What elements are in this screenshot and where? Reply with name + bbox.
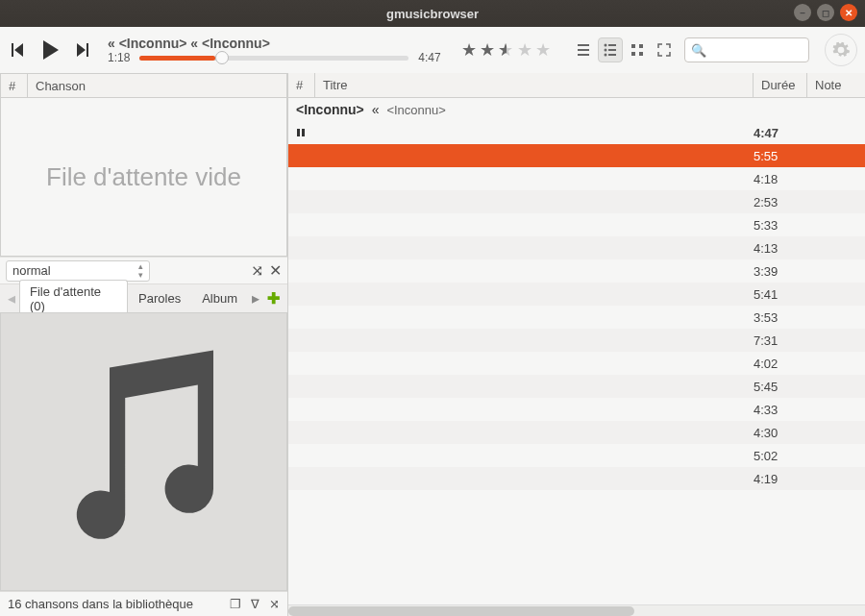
tabs-prev-icon[interactable]: ◂ (4, 289, 19, 308)
track-status-icon (296, 128, 317, 137)
track-duration: 5:41 (754, 287, 807, 302)
group-sep: « (372, 102, 380, 117)
track-row[interactable]: 4:19 (288, 467, 865, 490)
queue-mode-select[interactable]: normal ▴▾ (6, 260, 150, 282)
svg-rect-3 (631, 44, 635, 48)
main-area: # Chanson File d'attente vide normal ▴▾ … (0, 73, 865, 616)
group-header: <Inconnu> « <Inconnu> (288, 98, 865, 121)
view-fullscreen-icon[interactable] (652, 37, 677, 62)
album-art (0, 312, 287, 591)
search-box[interactable]: 🔍 ✕ (684, 37, 809, 62)
close-queue-icon[interactable]: ✕ (269, 261, 282, 280)
tracklist: 4:475:554:182:535:334:133:395:413:537:31… (288, 121, 865, 604)
queue-empty: File d'attente vide (0, 98, 287, 257)
svg-point-2 (605, 54, 607, 57)
view-grid-icon[interactable] (625, 37, 650, 62)
svg-rect-4 (639, 44, 643, 48)
svg-rect-6 (639, 52, 643, 56)
close-button[interactable]: ✕ (840, 4, 857, 21)
svg-rect-7 (297, 129, 300, 136)
layers-icon[interactable]: ❐ (230, 597, 241, 611)
music-note-icon (58, 349, 231, 554)
toolbar: « <Inconnu> « <Inconnu> 1:18 4:47 ★★★★★★… (0, 27, 865, 73)
track-row[interactable]: 4:47 (288, 121, 865, 144)
track-row[interactable]: 5:02 (288, 444, 865, 467)
seek-slider[interactable] (139, 56, 408, 61)
track-duration: 2:53 (754, 195, 807, 209)
track-row[interactable]: 3:53 (288, 306, 865, 329)
track-duration: 5:45 (754, 380, 807, 394)
track-row[interactable]: 5:45 (288, 375, 865, 398)
track-duration: 5:33 (754, 218, 807, 233)
track-row[interactable]: 7:31 (288, 329, 865, 352)
view-switcher (571, 37, 677, 62)
queue-header-num[interactable]: # (1, 74, 28, 97)
horizontal-scrollbar[interactable] (288, 604, 865, 616)
track-row[interactable]: 4:30 (288, 421, 865, 444)
col-title[interactable]: Titre (315, 73, 754, 97)
track-duration: 7:31 (754, 333, 807, 348)
filter-icon[interactable]: ∇ (251, 597, 260, 611)
group-album: <Inconnu> (386, 103, 445, 117)
search-icon: 🔍 (691, 43, 706, 58)
tab-lyrics[interactable]: Paroles (128, 286, 191, 310)
play-button[interactable] (37, 37, 63, 63)
next-button[interactable] (71, 39, 92, 61)
view-list-icon[interactable] (598, 37, 623, 62)
queue-header: # Chanson (0, 73, 287, 98)
status-bar: 16 chansons dans la bibliothèque ❐ ∇ ⤨ (0, 591, 287, 616)
window-title: gmusicbrowser (386, 7, 479, 21)
svg-rect-8 (302, 129, 305, 136)
track-row[interactable]: 4:13 (288, 236, 865, 259)
minimize-button[interactable]: – (794, 4, 811, 21)
track-duration: 4:33 (754, 403, 807, 417)
track-row[interactable]: 4:33 (288, 398, 865, 421)
track-duration: 3:39 (754, 264, 807, 279)
track-row[interactable]: 5:33 (288, 213, 865, 236)
elapsed-time: 1:18 (108, 51, 130, 64)
total-time: 4:47 (418, 51, 440, 64)
left-panel: # Chanson File d'attente vide normal ▴▾ … (0, 73, 288, 616)
shuffle2-icon[interactable]: ⤨ (269, 597, 280, 611)
right-panel: # Titre Durée Note <Inconnu> « <Inconnu>… (288, 73, 865, 616)
tracklist-header: # Titre Durée Note (288, 73, 865, 98)
track-row[interactable]: 4:18 (288, 167, 865, 190)
track-duration: 3:53 (754, 310, 807, 325)
tab-album[interactable]: Album (191, 286, 248, 310)
col-num[interactable]: # (288, 73, 315, 97)
track-duration: 4:18 (754, 172, 807, 186)
track-duration: 4:13 (754, 241, 807, 256)
titlebar: gmusicbrowser – ◻ ✕ (0, 0, 865, 27)
queue-mode-label: normal (12, 263, 51, 278)
shuffle-icon[interactable]: ⤨ (251, 261, 263, 280)
track-row[interactable]: 4:02 (288, 352, 865, 375)
group-artist: <Inconnu> (296, 102, 364, 117)
track-duration: 4:02 (754, 357, 807, 371)
previous-button[interactable] (8, 39, 29, 61)
col-duration[interactable]: Durée (754, 73, 807, 97)
track-duration: 4:30 (754, 426, 807, 440)
track-duration: 5:55 (754, 149, 807, 163)
left-tabs: ◂ File d'attente (0) Paroles Album ▸ ✚ (0, 283, 287, 312)
add-tab-icon[interactable]: ✚ (263, 289, 284, 308)
queue-empty-text: File d'attente vide (46, 162, 241, 192)
track-duration: 4:19 (754, 472, 807, 486)
view-lines-icon[interactable] (571, 37, 596, 62)
tabs-next-icon[interactable]: ▸ (248, 289, 263, 308)
now-playing-title: « <Inconnu> « <Inconnu> (108, 36, 270, 51)
svg-point-1 (605, 49, 607, 52)
col-note[interactable]: Note (807, 73, 865, 97)
window-controls: – ◻ ✕ (794, 4, 857, 21)
track-duration: 5:02 (754, 449, 807, 463)
rating-stars[interactable]: ★★★★★★ (461, 39, 552, 61)
status-text: 16 chansons dans la bibliothèque (8, 597, 193, 611)
track-duration: 4:47 (754, 126, 807, 140)
track-row[interactable]: 5:41 (288, 283, 865, 306)
track-row[interactable]: 2:53 (288, 190, 865, 213)
queue-header-title[interactable]: Chanson (28, 74, 286, 97)
track-row[interactable]: 3:39 (288, 259, 865, 283)
settings-button[interactable] (825, 34, 857, 66)
svg-rect-5 (631, 52, 635, 56)
track-row[interactable]: 5:55 (288, 144, 865, 167)
maximize-button[interactable]: ◻ (817, 4, 834, 21)
